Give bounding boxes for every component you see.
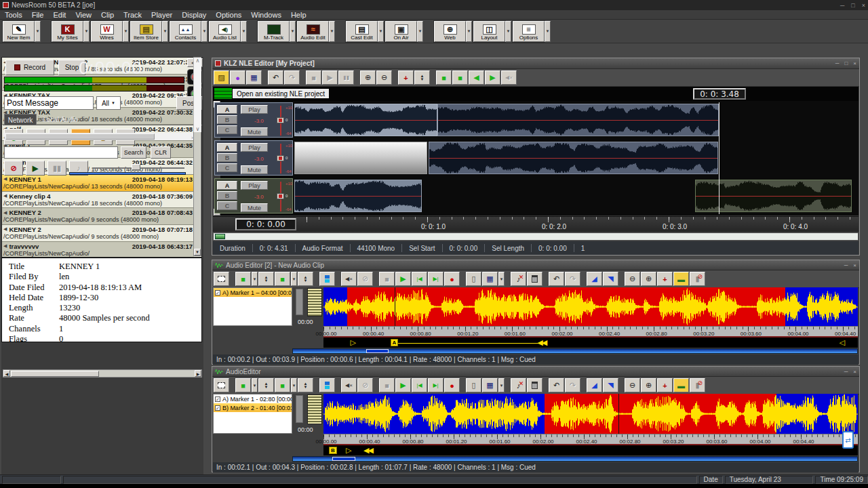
chevron-down-icon[interactable]: ▼: [545, 21, 551, 42]
menu-help[interactable]: Help: [286, 11, 311, 19]
track-select-b-button[interactable]: B: [217, 191, 237, 200]
chevron-down-icon[interactable]: ▼: [162, 21, 168, 42]
bulb-button[interactable]: ●: [230, 70, 245, 85]
toolbar-contacts-button[interactable]: ▲▲Contacts: [170, 21, 201, 42]
redo-button[interactable]: ↷: [565, 272, 580, 286]
marker-triangle-icon[interactable]: ◀◀: [537, 338, 546, 347]
track-select-c-button[interactable]: C: [217, 163, 237, 172]
menu-file[interactable]: File: [27, 11, 49, 19]
mark-out-button[interactable]: ■: [452, 70, 468, 85]
marker-list-item[interactable]: ✓A) Marker 1 – 04:00 [00:01.1]: [214, 288, 292, 297]
fade-out-button[interactable]: ◥: [603, 272, 618, 286]
toolbar-layout-button[interactable]: ◫Layout: [473, 21, 505, 42]
track-select-c-button[interactable]: C: [217, 201, 237, 210]
dropdown-button[interactable]: ▼: [291, 272, 297, 286]
post-message-input[interactable]: [4, 96, 94, 110]
new-clip-button[interactable]: ▯: [466, 378, 481, 392]
spinner-button[interactable]: ▲▼: [298, 272, 313, 286]
save-as-button[interactable]: ▦: [482, 272, 498, 286]
spinner-button[interactable]: ▲▼: [414, 70, 430, 85]
nle-timeline-ruler[interactable]: 0: 0: 0.00 0: 0: 1.00: 0: 2.00: 0: 3.00:…: [213, 216, 859, 232]
scroll-left-icon[interactable]: ◀: [3, 370, 10, 377]
volume-slider-thumb[interactable]: [132, 164, 140, 170]
mute-button[interactable]: ◀×: [501, 70, 517, 85]
erase-audio-button[interactable]: ♪✕: [511, 378, 526, 392]
toolbar-on-air-button[interactable]: ▣On Air: [385, 21, 417, 42]
play-button[interactable]: ▶: [395, 272, 411, 286]
delete-button[interactable]: [527, 272, 542, 286]
menu-display[interactable]: Display: [177, 11, 211, 19]
selection-button[interactable]: [214, 378, 229, 392]
chevron-down-icon[interactable]: ▼: [466, 21, 472, 42]
chevron-down-icon[interactable]: ▼: [201, 21, 208, 42]
marker-checkbox[interactable]: ✓: [215, 290, 220, 296]
marker-checkbox[interactable]: ✓: [215, 396, 220, 402]
track-select-a-button[interactable]: A: [217, 105, 237, 114]
zoom-in-button[interactable]: ⊕: [360, 70, 376, 85]
track-fader-handle[interactable]: [277, 155, 284, 161]
toolbar-audio-edit-button[interactable]: ≈Audio Edit: [297, 21, 329, 42]
undo-button[interactable]: ↶: [549, 272, 564, 286]
menu-edit[interactable]: Edit: [48, 11, 71, 19]
marker-list-item[interactable]: ✓A) Marker 1 - 02:80 [00:00.: [214, 394, 292, 403]
erase-audio-button[interactable]: ♪✕: [511, 272, 526, 286]
chevron-down-icon[interactable]: ▼: [329, 21, 335, 42]
set-start-button[interactable]: ■: [235, 272, 251, 286]
track-waveform[interactable]: [294, 142, 852, 174]
chevron-down-icon[interactable]: ▼: [417, 21, 423, 42]
playlist-item[interactable]: ◀KENNEY 12019-04-18 08:19:13/COREPlayLis…: [2, 175, 194, 192]
undo-button[interactable]: ↶: [268, 70, 283, 85]
playlist-horizontal-scrollbar[interactable]: ◀ ▶: [3, 369, 202, 378]
mic-off-button[interactable]: ▮⊘: [690, 272, 705, 286]
toolbar-audio-list-button[interactable]: ◀)Audio List: [209, 21, 241, 42]
zoom-out-button[interactable]: ⊖: [376, 70, 392, 85]
tab-network[interactable]: Network: [4, 114, 37, 125]
active-tool-button[interactable]: ▬: [673, 378, 689, 392]
chevron-down-icon[interactable]: ▼: [83, 21, 90, 42]
toolbar-my-sites-button[interactable]: KMy Sites: [52, 21, 83, 42]
stereo-button[interactable]: [319, 272, 335, 286]
set-end-button[interactable]: ■: [275, 378, 290, 392]
menu-windows[interactable]: Windows: [246, 11, 286, 19]
marker-triangle-icon[interactable]: ◁: [839, 338, 844, 347]
playlist-item[interactable]: ◀travvvvvv2019-04-18 06:43:17/COREPlayLi…: [2, 242, 194, 258]
dropdown-button[interactable]: ▼: [252, 378, 258, 392]
chevron-down-icon[interactable]: ▼: [290, 21, 296, 42]
menu-clip[interactable]: Clip: [96, 11, 119, 19]
marker-checkbox[interactable]: ✓: [215, 405, 220, 411]
track-fader-handle[interactable]: [277, 193, 284, 199]
chevron-down-icon[interactable]: ▼: [123, 21, 129, 42]
save-button[interactable]: ▦: [246, 70, 262, 85]
editor2-progress-bar[interactable]: [292, 456, 858, 462]
zoom-in-button[interactable]: ⊕: [641, 272, 656, 286]
track-waveform[interactable]: [294, 180, 852, 212]
editor1-ruler[interactable]: 00:00.0000:00.4000:00.8000:01.2000:01.60…: [323, 326, 858, 336]
toolbar-wires-button[interactable]: WWires: [91, 21, 123, 42]
playlist-item[interactable]: ◀Kenney clip 42019-04-18 07:36:09/COREPl…: [2, 192, 194, 209]
chevron-down-icon[interactable]: ▼: [505, 21, 511, 42]
scroll-right-icon[interactable]: ▶: [195, 370, 201, 377]
menu-player[interactable]: Player: [146, 11, 177, 19]
fit-button[interactable]: +: [657, 272, 673, 286]
new-clip-button[interactable]: ▯: [466, 272, 481, 286]
chevron-down-icon[interactable]: ▼: [378, 21, 384, 42]
scroll-thumb[interactable]: [11, 371, 99, 377]
track-mute-button[interactable]: Mute: [241, 127, 268, 136]
next-button[interactable]: ▶: [485, 70, 500, 85]
toolbar-cast-edit-button[interactable]: ▤Cast Edit: [346, 21, 378, 42]
record-button[interactable]: ●: [444, 378, 460, 392]
player-play-button[interactable]: ▶: [26, 161, 45, 176]
dropdown-button[interactable]: ▼: [498, 272, 505, 286]
track-play-button[interactable]: Play: [241, 105, 268, 114]
tab-local-audio[interactable]: Local Audio: [38, 114, 83, 125]
editor2-ruler[interactable]: 00:00.0000:00.4000:00.8000:01.2000:01.60…: [323, 434, 858, 444]
minimize-icon[interactable]: ─: [844, 369, 848, 375]
editor1-marker-strip[interactable]: ▷A◀◀◁: [323, 336, 858, 348]
selection-button[interactable]: [214, 272, 229, 286]
marker-triangle-icon[interactable]: ▷: [346, 446, 351, 455]
track-play-button[interactable]: Play: [241, 181, 268, 190]
playlist-item[interactable]: ◀KENNEY 22019-04-18 07:07:18/COREPlayLis…: [2, 225, 194, 242]
pause-button[interactable]: ▮▮: [338, 70, 354, 85]
stop-button[interactable]: ■: [306, 70, 321, 85]
stop-button[interactable]: ■: [379, 272, 395, 286]
